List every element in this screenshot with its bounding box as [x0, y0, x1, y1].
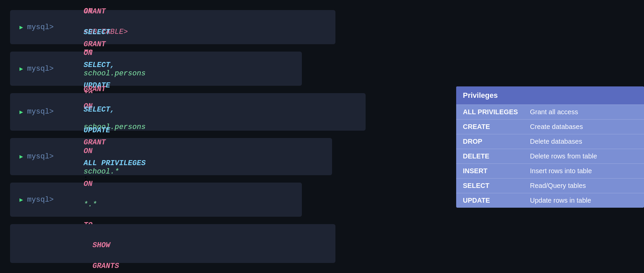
privileges-title: Privileges [463, 91, 498, 99]
privilege-row-all: ALL PRIVILEGES Grant all access [456, 105, 644, 119]
priv-name-delete: DELETE [463, 152, 530, 160]
priv-name-create: CREATE [463, 123, 530, 131]
play-icon-4: ▶ [19, 153, 23, 160]
prompt-2: mysql> [27, 65, 54, 73]
show-grants-first-line: ▶ mysql> SHOW GRANTS FOR 'john'@'localho… [19, 230, 326, 273]
priv-name-select: SELECT [463, 182, 530, 190]
priv-desc-all: Grant all access [530, 108, 578, 116]
privilege-row-delete: DELETE Delete rows from table [456, 149, 644, 163]
priv-name-drop: DROP [463, 138, 530, 145]
privileges-header: Privileges [456, 86, 644, 105]
sql-6: SHOW GRANTS FOR 'john'@'localhost' ; [57, 230, 172, 273]
privilege-row-drop: DROP Delete databases [456, 134, 644, 149]
priv-desc-select: Read/Query tables [530, 182, 586, 190]
play-icon-2: ▶ [19, 65, 23, 72]
privileges-panel: Privileges ALL PRIVILEGES Grant all acce… [456, 86, 644, 208]
play-icon-5: ▶ [19, 196, 23, 203]
priv-desc-update: Update rows in table [530, 197, 591, 204]
priv-desc-delete: Delete rows from table [530, 152, 597, 160]
prompt-1: mysql> [27, 23, 54, 31]
play-icon-3: ▶ [19, 108, 23, 116]
privilege-row-insert: INSERT Insert rows into table [456, 163, 644, 178]
priv-desc-insert: Insert rows into table [530, 167, 592, 175]
privilege-row-select: SELECT Read/Query tables [456, 178, 644, 193]
priv-name-update: UPDATE [463, 197, 530, 204]
priv-name-all: ALL PRIVILEGES [463, 108, 530, 116]
terminal-show-grants: ▶ mysql> SHOW GRANTS FOR 'john'@'localho… [10, 224, 335, 263]
prompt-4: mysql> [27, 152, 54, 161]
priv-name-insert: INSERT [463, 167, 530, 175]
play-icon-1: ▶ [19, 23, 23, 31]
prompt-5: mysql> [27, 196, 54, 204]
terminal-line-2: ▶ mysql> GRANT SELECT ON school.persons … [10, 52, 302, 86]
priv-desc-drop: Delete databases [530, 138, 582, 145]
prompt-3: mysql> [27, 108, 54, 116]
privilege-row-update: UPDATE Update rows in table [456, 193, 644, 208]
priv-desc-create: Create databases [530, 123, 583, 131]
privilege-row-create: CREATE Create databases [456, 119, 644, 134]
terminal-line-5: ▶ mysql> GRANT ALL PRIVILEGES ON *.* TO … [10, 183, 302, 217]
